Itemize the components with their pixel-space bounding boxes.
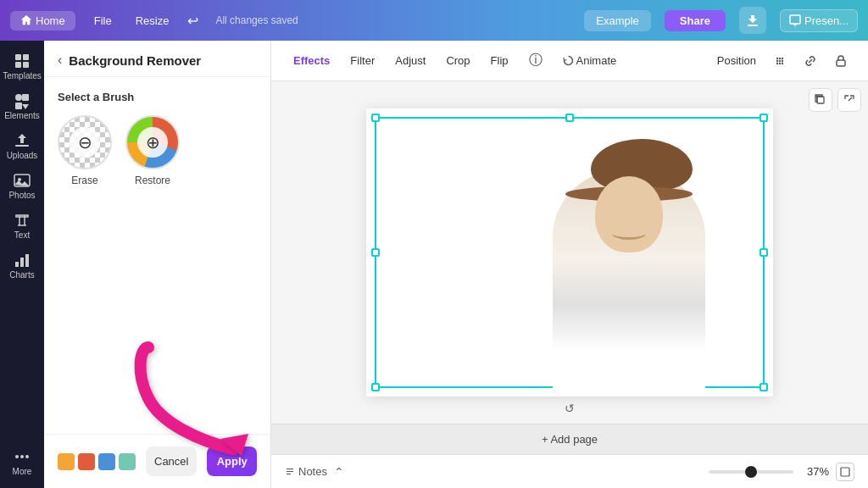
rotate-handle[interactable]: ↺: [561, 400, 578, 417]
sidebar-item-charts[interactable]: Charts: [3, 247, 42, 285]
animate-button[interactable]: Animate: [554, 50, 626, 71]
toolbar: Effects Filter Adjust Crop Flip ⓘ Animat…: [271, 41, 868, 81]
svg-point-22: [776, 59, 778, 61]
erase-icon: ⊖: [70, 127, 100, 158]
resize-button[interactable]: Resize: [131, 11, 175, 30]
bottom-bar: Notes ⌃ 37%: [271, 454, 868, 488]
file-menu[interactable]: File: [89, 11, 117, 30]
adjust-button[interactable]: Adjust: [387, 50, 434, 71]
handle-bottom-left[interactable]: [371, 383, 380, 391]
sidebar-item-elements[interactable]: Elements: [3, 87, 42, 125]
svg-point-26: [779, 62, 781, 64]
svg-rect-29: [817, 97, 824, 103]
cancel-button[interactable]: Cancel: [146, 446, 197, 476]
brush-options: ⊖ Erase ⊕ Restore: [58, 115, 257, 186]
zoom-slider-track[interactable]: [709, 470, 793, 474]
svg-point-16: [15, 455, 19, 458]
svg-rect-7: [22, 94, 29, 101]
svg-point-21: [782, 57, 783, 58]
svg-point-27: [782, 62, 783, 64]
svg-rect-9: [15, 103, 22, 109]
swatch-3: [98, 453, 115, 470]
svg-point-19: [776, 57, 778, 58]
handle-middle-right[interactable]: [760, 248, 768, 257]
copy-icon-button[interactable]: [809, 88, 832, 112]
person-body: [553, 168, 705, 396]
saved-indicator: All changes saved: [215, 14, 298, 26]
handle-bottom-right[interactable]: [760, 383, 768, 391]
zoom-fit-button[interactable]: [836, 463, 854, 481]
position-label[interactable]: Position: [710, 50, 763, 71]
color-swatches: [58, 453, 136, 470]
example-button[interactable]: Example: [584, 10, 651, 31]
sidebar-item-photos[interactable]: Photos: [3, 167, 42, 205]
svg-rect-2: [15, 54, 21, 60]
sidebar: Templates Elements Uploads Photos Text C…: [0, 41, 44, 488]
flip-button[interactable]: Flip: [482, 50, 517, 71]
canvas-workspace[interactable]: ↺: [271, 81, 868, 424]
zoom-slider-thumb[interactable]: [745, 466, 757, 478]
crop-button[interactable]: Crop: [437, 50, 478, 71]
restore-brush-label: Restore: [135, 175, 170, 186]
svg-rect-0: [748, 25, 758, 26]
home-button[interactable]: Home: [10, 11, 75, 30]
download-button[interactable]: [739, 7, 766, 34]
sidebar-item-more[interactable]: More: [3, 443, 42, 481]
present-button[interactable]: Presen...: [780, 9, 858, 32]
svg-rect-15: [25, 254, 29, 267]
svg-rect-1: [790, 15, 800, 24]
panel-title: Background Remover: [69, 53, 201, 68]
person-image: [536, 151, 722, 396]
share-button[interactable]: Share: [665, 10, 726, 31]
canvas-frame[interactable]: ↺: [366, 108, 773, 396]
svg-rect-30: [841, 468, 849, 476]
swatch-1: [58, 453, 75, 470]
svg-rect-14: [20, 258, 24, 267]
sidebar-item-text[interactable]: Text: [3, 207, 42, 245]
filter-button[interactable]: Filter: [342, 50, 383, 71]
panel-content: Select a Brush ⊖ Erase ⊕ Restore: [44, 77, 270, 434]
swatch-2: [78, 453, 95, 470]
link-icon-button[interactable]: [797, 47, 824, 75]
erase-brush-circle: ⊖: [58, 115, 112, 169]
canvas-area: Effects Filter Adjust Crop Flip ⓘ Animat…: [271, 41, 868, 488]
restore-brush-option[interactable]: ⊕ Restore: [125, 115, 180, 186]
add-page-button[interactable]: + Add page: [271, 424, 868, 454]
sidebar-item-templates[interactable]: Templates: [3, 47, 42, 86]
svg-point-12: [18, 178, 21, 181]
undo-button[interactable]: ↩: [187, 13, 198, 29]
chevron-up-button[interactable]: ⌃: [334, 465, 344, 479]
svg-rect-28: [837, 60, 845, 66]
restore-brush-circle: ⊕: [125, 115, 180, 169]
svg-point-24: [782, 59, 783, 61]
handle-middle-left[interactable]: [371, 248, 380, 257]
restore-icon: ⊕: [137, 127, 168, 158]
info-button[interactable]: ⓘ: [520, 47, 551, 74]
main-layout: Templates Elements Uploads Photos Text C…: [0, 41, 868, 488]
svg-rect-10: [15, 145, 29, 147]
handle-top-center[interactable]: [565, 114, 574, 122]
lock-icon-button[interactable]: [827, 47, 854, 75]
smile: [612, 227, 646, 240]
expand-icon-button[interactable]: [837, 88, 861, 112]
svg-point-25: [776, 62, 778, 64]
effects-button[interactable]: Effects: [285, 50, 338, 71]
apply-button[interactable]: Apply: [207, 446, 257, 476]
svg-point-17: [20, 455, 24, 458]
erase-brush-option[interactable]: ⊖ Erase: [58, 115, 112, 186]
swatch-4: [119, 453, 136, 470]
svg-point-6: [15, 94, 22, 101]
face: [595, 176, 663, 252]
notes-button[interactable]: Notes: [285, 465, 327, 478]
sidebar-item-uploads[interactable]: Uploads: [3, 127, 42, 165]
brush-section-label: Select a Brush: [58, 91, 257, 103]
handle-top-left[interactable]: [371, 114, 380, 122]
topbar: Home File Resize ↩ All changes saved Exa…: [0, 0, 868, 41]
svg-rect-3: [23, 54, 29, 60]
svg-point-20: [779, 57, 781, 58]
left-panel: ‹ Background Remover Select a Brush ⊖ Er…: [44, 41, 271, 488]
erase-brush-label: Erase: [71, 175, 97, 186]
grid-icon-button[interactable]: [766, 47, 793, 75]
handle-top-right[interactable]: [760, 114, 768, 122]
back-button[interactable]: ‹: [58, 53, 62, 68]
